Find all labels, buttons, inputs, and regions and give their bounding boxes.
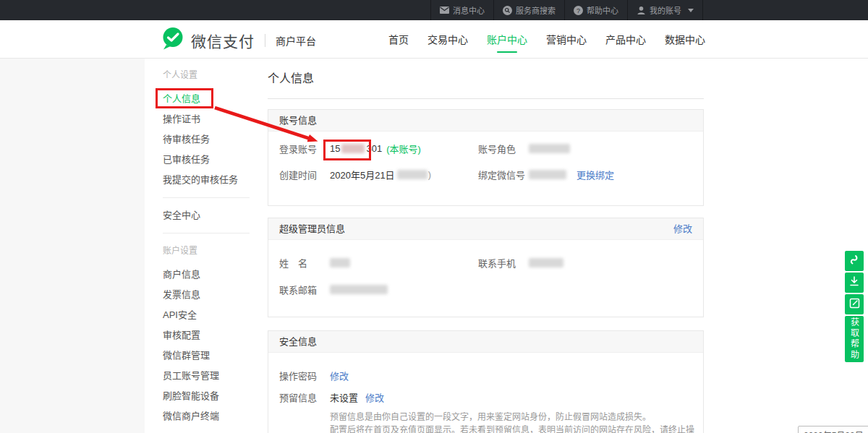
sidebar-item-pending-review-tasks[interactable]: 待审核任务 <box>145 129 250 150</box>
user-icon <box>637 6 646 15</box>
admin-name-label: 姓 名 <box>279 256 330 270</box>
nav-home[interactable]: 首页 <box>388 20 409 58</box>
rebind-wechat-link[interactable]: 更换绑定 <box>576 168 614 181</box>
sidebar-item-api-security[interactable]: API安全 <box>145 305 250 325</box>
floating-side-menu: 获取帮助 <box>845 251 864 362</box>
sidebar-section-personal-settings: 个人设置 <box>145 65 250 85</box>
super-admin-card: 超级管理员信息 修改 姓 名 联系手机 联系邮箱 <box>268 218 704 317</box>
topbar-item-my-account[interactable]: 我的账号 <box>627 0 703 20</box>
feedback-button[interactable] <box>845 294 864 314</box>
sidebar: 个人设置 个人信息 操作证书 待审核任务 已审核任务 我提交的审核任务 安全中心… <box>145 59 250 433</box>
main-nav: 首页 交易中心 账户中心 营销中心 产品中心 数据中心 <box>388 20 705 58</box>
brand-divider <box>265 34 265 47</box>
sidebar-item-reviewed-tasks[interactable]: 已审核任务 <box>145 150 250 170</box>
reserved-info-description: 预留信息是由你自己设置的一段文字，用来鉴定网站身份，防止假冒网站造成损失。 配置… <box>268 411 703 433</box>
created-time-value: 2020年5月21日 ) <box>330 168 431 181</box>
topbar-item-provider-search[interactable]: 服务商搜索 <box>493 0 564 20</box>
wechat-pay-logo-icon <box>161 27 185 53</box>
redacted-admin-email <box>330 285 388 294</box>
super-admin-edit-link[interactable]: 修改 <box>673 218 692 239</box>
sidebar-item-review-config[interactable]: 审核配置 <box>145 325 250 346</box>
sidebar-section-account-settings: 账户设置 <box>145 241 250 261</box>
super-admin-card-header: 超级管理员信息 修改 <box>268 218 703 240</box>
portal-name: 商户平台 <box>276 33 316 48</box>
security-info-card-header: 安全信息 <box>268 331 703 353</box>
sidebar-item-invoice-info[interactable]: 发票信息 <box>145 285 250 305</box>
security-info-title: 安全信息 <box>279 331 317 352</box>
left-gutter <box>0 59 145 433</box>
topbar-item-label: 消息中心 <box>453 4 485 16</box>
help-icon: ? <box>574 6 583 15</box>
bound-wechat-label: 绑定微信号 <box>478 168 529 181</box>
sidebar-item-face-smart-devices[interactable]: 刷脸智能设备 <box>145 386 250 406</box>
utility-topbar: 消息中心 服务商搜索 ? 帮助中心 我的账号 <box>0 0 868 20</box>
sidebar-item-personal-info[interactable]: 个人信息 <box>145 89 250 109</box>
get-help-button[interactable]: 获取帮助 <box>845 316 864 362</box>
main-content: 个人信息 账号信息 登录账号 15 301 (本账号) <box>268 59 704 433</box>
account-role-label: 账号角色 <box>478 142 529 155</box>
link-button[interactable] <box>845 251 864 271</box>
created-time-label: 创建时间 <box>279 168 330 181</box>
topbar-item-label: 我的账号 <box>650 4 681 16</box>
title-divider <box>268 98 704 99</box>
date-box: 2020年5月22日 <box>798 426 868 433</box>
search-icon <box>503 6 512 15</box>
sidebar-item-merchant-info[interactable]: 商户信息 <box>145 265 250 285</box>
svg-text:?: ? <box>576 7 580 14</box>
site-header: 微信支付 商户平台 首页 交易中心 账户中心 营销中心 产品中心 数据中心 <box>0 20 868 59</box>
super-admin-title: 超级管理员信息 <box>279 218 345 239</box>
security-info-card: 安全信息 操作密码 修改 预留信息 未设置 修改 预留 <box>268 330 704 433</box>
sidebar-item-my-submitted-tasks[interactable]: 我提交的审核任务 <box>145 170 250 190</box>
nav-product-center[interactable]: 产品中心 <box>605 20 646 58</box>
admin-email-label: 联系邮箱 <box>279 283 330 296</box>
redacted-account-role <box>529 144 570 153</box>
topbar-item-label: 服务商搜索 <box>516 4 556 16</box>
mail-icon <box>440 6 449 15</box>
sidebar-item-security-center[interactable]: 安全中心 <box>145 205 250 226</box>
redacted-login-middle <box>341 144 365 153</box>
download-button[interactable] <box>845 273 864 293</box>
reserved-info-label: 预留信息 <box>279 390 330 404</box>
operation-password-edit-link[interactable]: 修改 <box>330 369 349 382</box>
account-info-card: 账号信息 登录账号 15 301 (本账号) 账号角色 <box>268 109 704 206</box>
nav-account-center[interactable]: 账户中心 <box>487 20 527 58</box>
redacted-created-detail <box>397 170 427 179</box>
sidebar-item-operation-certificate[interactable]: 操作证书 <box>145 109 250 129</box>
brand: 微信支付 商户平台 <box>161 27 316 53</box>
topbar-item-messages[interactable]: 消息中心 <box>430 0 493 20</box>
wechat-pay-merchant-portal: 消息中心 服务商搜索 ? 帮助中心 我的账号 <box>0 0 868 433</box>
topbar-menu: 消息中心 服务商搜索 ? 帮助中心 我的账号 <box>430 0 703 20</box>
redacted-admin-name <box>330 258 350 267</box>
reserved-info-value: 未设置 <box>330 390 358 404</box>
download-icon <box>848 275 860 290</box>
sidebar-divider <box>163 197 250 198</box>
nav-data-center[interactable]: 数据中心 <box>665 20 705 58</box>
account-info-card-header: 账号信息 <box>268 110 703 132</box>
chevron-down-icon <box>688 9 694 12</box>
page-title: 个人信息 <box>268 69 704 86</box>
topbar-item-label: 帮助中心 <box>587 4 618 16</box>
login-account-value: 15 301 (本账号) <box>330 142 421 155</box>
sidebar-divider <box>163 233 250 233</box>
sidebar-item-staff-account-management[interactable]: 员工账号管理 <box>145 366 250 386</box>
sidebar-item-wechat-group-management[interactable]: 微信群管理 <box>145 346 250 366</box>
reserved-info-edit-link[interactable]: 修改 <box>365 390 384 404</box>
topbar-item-help-center[interactable]: ? 帮助中心 <box>564 0 627 20</box>
current-account-tag: (本账号) <box>386 142 421 155</box>
nav-marketing-center[interactable]: 营销中心 <box>546 20 587 58</box>
link-icon <box>848 253 861 269</box>
operation-password-label: 操作密码 <box>279 369 330 382</box>
account-info-title: 账号信息 <box>279 110 317 131</box>
brand-name: 微信支付 <box>191 30 255 51</box>
edit-icon <box>849 298 860 312</box>
admin-phone-label: 联系手机 <box>478 256 529 270</box>
redacted-wechat-id <box>529 170 566 179</box>
nav-transaction-center[interactable]: 交易中心 <box>427 20 468 58</box>
redacted-admin-phone <box>529 258 563 267</box>
login-account-label: 登录账号 <box>279 142 330 155</box>
sidebar-item-wechat-merchant-terminal[interactable]: 微信商户终端 <box>145 406 250 426</box>
